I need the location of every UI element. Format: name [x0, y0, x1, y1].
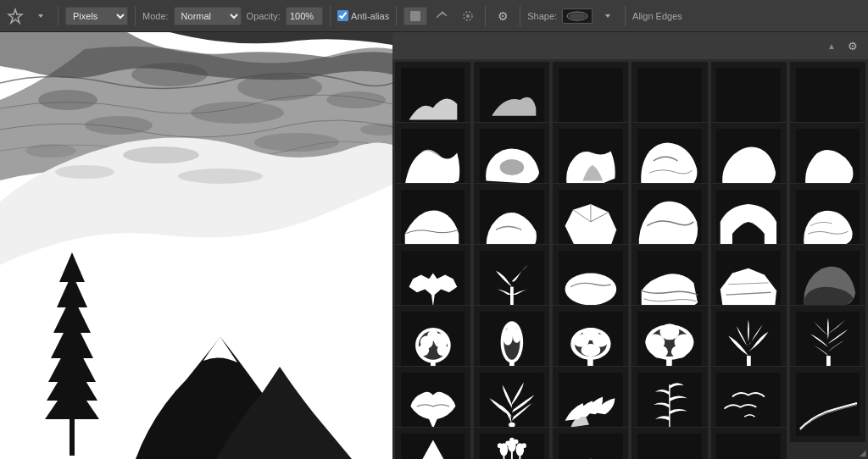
- sep-3: [330, 6, 331, 26]
- canvas-svg: [0, 32, 392, 459]
- svg-point-70: [437, 345, 448, 356]
- icon-btn-3[interactable]: [458, 6, 478, 26]
- icon-btn-2[interactable]: [432, 6, 453, 26]
- svg-point-92: [660, 324, 680, 340]
- svg-point-120: [505, 440, 510, 445]
- shape-thumb-mountain[interactable]: [552, 427, 629, 459]
- tool-icon[interactable]: [5, 6, 25, 26]
- anti-alias-checkbox[interactable]: [337, 10, 348, 21]
- svg-rect-125: [637, 434, 702, 459]
- svg-marker-1: [38, 14, 43, 18]
- panel-up-arrow[interactable]: ▲: [826, 40, 837, 52]
- sep-6: [520, 6, 520, 26]
- svg-point-4: [466, 14, 470, 18]
- shape-thumb-rock-rounded[interactable]: [631, 427, 708, 459]
- svg-rect-128: [716, 434, 781, 459]
- resize-handle[interactable]: ◢: [860, 448, 866, 457]
- svg-point-19: [55, 165, 114, 179]
- align-edges-label: Align Edges: [632, 11, 682, 21]
- shape-thumb-flowers[interactable]: [473, 427, 550, 459]
- tool-dropdown-icon[interactable]: [31, 6, 51, 26]
- panel-header: ▲ ⚙: [392, 32, 868, 59]
- svg-rect-21: [70, 413, 75, 456]
- shape-thumb-rock-flat2[interactable]: [710, 427, 787, 459]
- svg-point-6: [569, 13, 586, 19]
- svg-point-123: [521, 443, 526, 448]
- panel-gear-icon[interactable]: ⚙: [843, 36, 863, 56]
- svg-point-93: [652, 345, 668, 357]
- svg-point-122: [514, 439, 519, 444]
- new-selection-btn[interactable]: [403, 7, 427, 25]
- svg-point-119: [498, 443, 503, 448]
- anti-alias-checkbox-label[interactable]: Anti-alias: [337, 10, 389, 21]
- sep-1: [58, 6, 58, 26]
- svg-marker-7: [605, 14, 610, 18]
- canvas-content: [0, 32, 392, 459]
- toolbar: PixelsMarquee Mode: Normal Multiply Scre…: [0, 0, 868, 32]
- svg-point-68: [427, 329, 438, 340]
- shapes-panel: ▲ ⚙: [392, 32, 868, 459]
- shape-preview[interactable]: [562, 8, 593, 24]
- mode-label: Mode:: [142, 11, 169, 21]
- svg-point-94: [671, 345, 687, 357]
- svg-point-17: [254, 133, 339, 152]
- svg-point-56: [565, 273, 617, 305]
- svg-point-14: [326, 91, 386, 108]
- svg-point-10: [131, 63, 208, 86]
- svg-rect-124: [559, 434, 623, 459]
- svg-point-84: [582, 328, 598, 340]
- svg-point-15: [25, 144, 76, 158]
- shape-thumb-branch[interactable]: [789, 366, 866, 443]
- svg-point-20: [178, 169, 263, 184]
- sep-2: [135, 6, 136, 26]
- anti-alias-label: Anti-alias: [351, 11, 389, 21]
- svg-point-11: [237, 74, 322, 101]
- opacity-label: Opacity:: [247, 11, 281, 21]
- svg-point-12: [85, 116, 153, 135]
- svg-point-37: [500, 159, 524, 175]
- svg-point-13: [191, 102, 284, 124]
- svg-point-77: [507, 322, 516, 336]
- main-area: ▲ ⚙: [0, 32, 868, 459]
- shape-grid: [392, 59, 868, 459]
- canvas-area: [0, 32, 392, 459]
- svg-point-69: [418, 345, 429, 356]
- shape-dropdown-icon[interactable]: [598, 6, 618, 26]
- opacity-input[interactable]: [286, 7, 323, 25]
- svg-rect-2: [410, 11, 420, 21]
- pixels-select[interactable]: PixelsMarquee: [65, 7, 128, 25]
- sep-7: [625, 6, 626, 26]
- gear-icon[interactable]: ⚙: [492, 6, 513, 26]
- mode-select[interactable]: Normal Multiply Screen: [174, 7, 242, 25]
- shape-thumb-tree-pine[interactable]: [394, 427, 471, 459]
- svg-point-9: [38, 90, 97, 110]
- svg-point-85: [581, 344, 601, 357]
- svg-marker-0: [8, 9, 22, 23]
- sep-5: [485, 6, 486, 26]
- sep-4: [396, 6, 397, 26]
- svg-point-16: [123, 147, 199, 163]
- shape-label: Shape:: [527, 11, 557, 21]
